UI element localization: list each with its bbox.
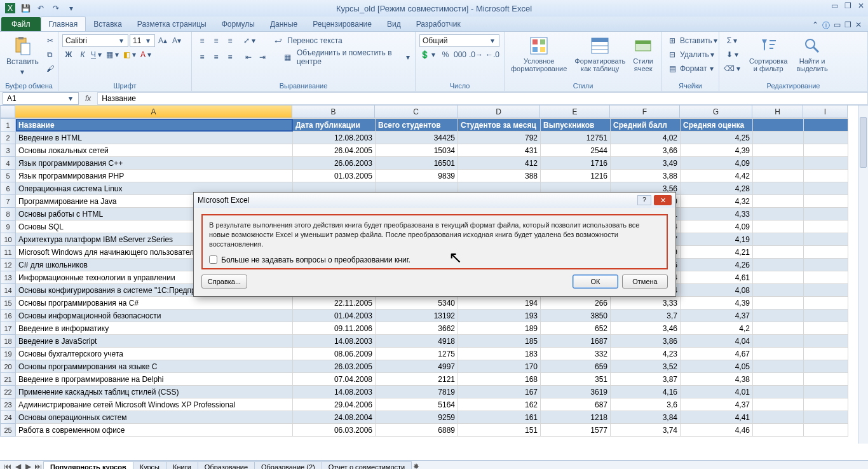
cell[interactable]: 01.03.2005 — [293, 170, 376, 182]
tab-view[interactable]: Вид — [379, 17, 409, 31]
cell[interactable] — [753, 297, 804, 309]
cell[interactable]: 06.03.2006 — [293, 424, 376, 437]
cell[interactable] — [804, 170, 848, 182]
row-header[interactable]: 13 — [1, 271, 16, 284]
row-header[interactable]: 18 — [1, 335, 16, 348]
cell[interactable]: 1218 — [541, 411, 611, 424]
merge-icon[interactable]: ▦ — [281, 51, 294, 64]
col-header[interactable]: A — [15, 105, 292, 118]
cell[interactable]: 170 — [458, 360, 541, 373]
cell[interactable] — [804, 208, 848, 221]
cell[interactable] — [753, 424, 804, 437]
cell[interactable]: 194 — [458, 297, 541, 309]
cell[interactable] — [804, 195, 848, 208]
cell[interactable] — [753, 373, 804, 386]
cell[interactable]: 167 — [458, 386, 541, 398]
cell[interactable]: 24.08.2004 — [293, 411, 376, 424]
row-header[interactable]: 3 — [1, 144, 16, 157]
save-icon[interactable]: 💾 — [19, 2, 32, 15]
cell[interactable]: 4,39 — [681, 144, 753, 157]
cell[interactable] — [804, 386, 848, 398]
sheet-tab[interactable]: Популярность курсов — [43, 461, 133, 469]
col-header[interactable]: B — [292, 105, 375, 118]
bold-icon[interactable]: Ж — [62, 48, 75, 61]
help-button[interactable]: Справка... — [201, 275, 247, 289]
cell[interactable]: 4,09 — [681, 221, 753, 233]
cell[interactable]: Основы программирования на C# — [16, 297, 293, 309]
cell[interactable]: 4,09 — [681, 157, 753, 170]
cell[interactable]: 4,02 — [611, 132, 681, 144]
col-header[interactable]: F — [610, 105, 680, 118]
increase-indent-icon[interactable]: ⇥ — [256, 51, 269, 64]
align-right-icon[interactable]: ≡ — [224, 51, 236, 64]
fx-icon[interactable]: fx — [79, 94, 97, 103]
cell[interactable] — [804, 157, 848, 170]
cell[interactable]: 3,7 — [611, 309, 681, 322]
merge-label[interactable]: Объединить и поместить в центре — [295, 48, 403, 66]
tab-nav-next-icon[interactable]: ▶ — [23, 462, 33, 470]
cell[interactable]: 792 — [458, 132, 541, 144]
cell[interactable] — [804, 284, 848, 297]
row-header[interactable]: 4 — [1, 157, 16, 170]
minimize-icon[interactable]: ▭ — [831, 1, 838, 10]
cell[interactable]: 4,67 — [681, 348, 753, 360]
cell[interactable] — [753, 360, 804, 373]
cell[interactable]: 14.08.2003 — [293, 335, 376, 348]
cell[interactable]: 4,28 — [681, 182, 753, 195]
cell[interactable]: 4,23 — [611, 348, 681, 360]
tab-data[interactable]: Данные — [262, 17, 305, 31]
cell[interactable]: Введение в JavaScript — [16, 335, 293, 348]
cell[interactable]: 4,05 — [681, 360, 753, 373]
sheet-tab[interactable]: Образование (2) — [254, 461, 322, 469]
cell[interactable] — [753, 309, 804, 322]
cell[interactable]: 12751 — [541, 132, 611, 144]
cell[interactable]: 3,87 — [611, 373, 681, 386]
cell[interactable]: 3,66 — [611, 144, 681, 157]
tab-home[interactable]: Главная — [41, 17, 86, 31]
cell[interactable]: Всего студентов — [376, 119, 458, 132]
cell[interactable] — [753, 157, 804, 170]
cell[interactable] — [804, 373, 848, 386]
cell[interactable]: 4,32 — [681, 195, 753, 208]
cell[interactable] — [804, 335, 848, 348]
align-top-icon[interactable]: ≡ — [196, 34, 208, 47]
cut-icon[interactable]: ✂ — [44, 34, 57, 47]
cell[interactable] — [804, 246, 848, 259]
cell[interactable]: 2121 — [376, 373, 458, 386]
cell[interactable]: 161 — [458, 411, 541, 424]
window-min-icon[interactable]: ▭ — [834, 20, 841, 31]
cell[interactable]: 1687 — [541, 335, 611, 348]
cell[interactable] — [804, 119, 848, 132]
cell[interactable]: 4,04 — [681, 335, 753, 348]
row-header[interactable]: 8 — [1, 208, 16, 221]
row-header[interactable]: 17 — [1, 322, 16, 335]
cell[interactable]: 34425 — [376, 132, 458, 144]
cell[interactable]: Средняя оценка — [681, 119, 753, 132]
cell[interactable]: 2544 — [541, 144, 611, 157]
cell[interactable]: Введение в информатику — [16, 322, 293, 335]
tab-insert[interactable]: Вставка — [86, 17, 130, 31]
row-header[interactable]: 7 — [1, 195, 16, 208]
dialog-close-icon[interactable]: ✕ — [654, 195, 672, 205]
cell[interactable]: 687 — [541, 398, 611, 411]
cell[interactable] — [753, 132, 804, 144]
cell[interactable]: 13192 — [376, 309, 458, 322]
row-header[interactable]: 21 — [1, 373, 16, 386]
cell[interactable]: 4,38 — [681, 373, 753, 386]
cell-styles-button[interactable]: Стили ячеек — [630, 34, 656, 74]
cell[interactable]: 4,39 — [681, 297, 753, 309]
row-header[interactable]: 9 — [1, 221, 16, 233]
cell[interactable]: 4,33 — [681, 208, 753, 221]
cancel-button[interactable]: Отмена — [622, 275, 668, 289]
cell[interactable] — [753, 144, 804, 157]
cell[interactable]: 3662 — [376, 322, 458, 335]
row-header[interactable]: 19 — [1, 348, 16, 360]
tab-review[interactable]: Рецензирование — [305, 17, 379, 31]
cell[interactable]: 3,74 — [611, 424, 681, 437]
font-color-icon[interactable]: A▾ — [140, 48, 154, 61]
decrease-font-icon[interactable]: A▾ — [170, 34, 183, 47]
cell[interactable]: 193 — [458, 309, 541, 322]
wrap-text-icon[interactable]: ⮐ — [272, 34, 285, 47]
cell[interactable]: 652 — [541, 322, 611, 335]
cell[interactable]: 3,84 — [611, 411, 681, 424]
